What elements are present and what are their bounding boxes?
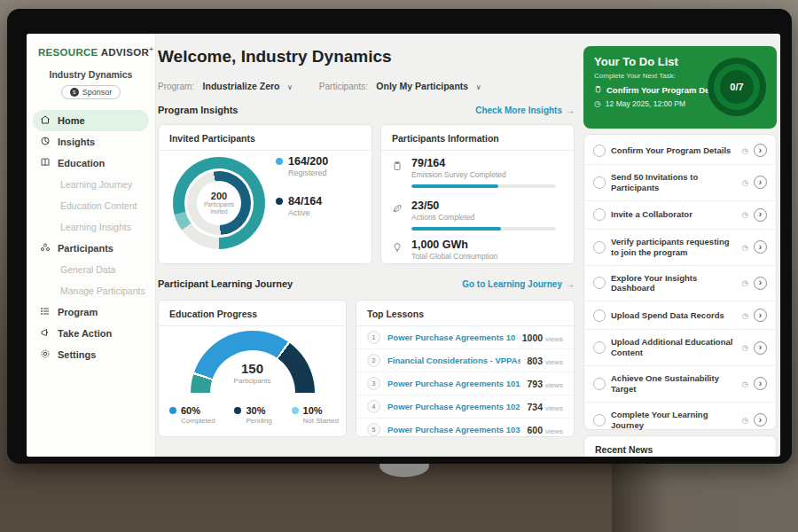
task-checkbox[interactable] [593,145,606,157]
gauge-center-label: Participants [159,377,346,385]
sidebar-item-take-action[interactable]: Take Action [27,323,155,344]
photo-background: RESOURCE ADVISOR+ Industry Dynamics s Sp… [0,0,798,532]
sidebar-item-manage-participants[interactable]: Manage Participants [27,280,155,301]
clock-icon: ◷ [742,343,748,352]
task-checkbox[interactable] [593,176,606,189]
task-row-achieve-target[interactable]: Achieve One Sustainability Target ◷ › [584,366,776,403]
task-open-button[interactable]: › [754,341,767,355]
emission-progress-bar [411,184,556,188]
task-checkbox[interactable] [593,309,606,322]
sidebar-item-learning-journey[interactable]: Learning Journey [27,174,155,195]
lesson-link[interactable]: Power Purchase Agreements 102 [387,402,520,411]
lesson-link[interactable]: Power Purchase Agreements 103 [387,425,520,434]
task-list-card: Confirm Your Program Details ◷ › Send 50… [583,134,777,430]
invited-participants-card: Invited Participants 200 Participants In… [158,124,372,264]
task-row-complete-journey[interactable]: Complete Your Learning Journey ◷ › [584,403,776,438]
desk-background-left [0,464,612,532]
lesson-views-count: 1000 [522,332,543,343]
lesson-views-count: 793 [528,379,544,389]
clock-icon: ◷ [742,311,748,320]
lesson-rank: 4 [367,400,380,413]
actions-progress-bar [411,227,556,231]
clock-icon: ◷ [742,178,748,187]
arrow-right-icon: → [566,106,575,115]
task-checkbox[interactable] [593,341,606,354]
sidebar-item-education[interactable]: Education [27,153,155,174]
filter-bar: Program: Industrialize Zero ∨ Participan… [158,77,481,93]
task-open-button[interactable]: › [754,413,767,426]
lightbulb-icon [392,239,404,261]
task-checkbox[interactable] [593,208,606,221]
participants-filter[interactable]: Participants: Only My Participants ∨ [319,77,481,93]
chevron-right-icon: › [759,242,762,252]
donut-center-label1: Participants [204,201,234,208]
lesson-row: 2 Financial Considerations - VPPAs 803 v… [356,349,574,372]
pending-dot-icon [234,407,241,414]
donut-legend: 164/200 Registered 84/164 Active [276,155,328,217]
sidebar-item-home[interactable]: Home [33,110,149,131]
task-open-button[interactable]: › [754,309,767,322]
chevron-down-icon: ∨ [287,83,293,91]
check-more-insights-link[interactable]: Check More Insights→ [475,106,575,115]
task-row-confirm-program[interactable]: Confirm Your Program Details ◷ › [584,137,776,165]
lesson-link[interactable]: Financial Considerations - VPPAs [387,356,520,365]
sidebar-item-education-content[interactable]: Education Content [27,195,155,216]
sidebar-item-learning-insights[interactable]: Learning Insights [27,216,155,238]
task-row-verify-participants[interactable]: Verify participants requesting to join t… [584,230,776,266]
sidebar-item-label: Program [58,307,98,317]
task-row-send-invitations[interactable]: Send 50 Invitations to Participants ◷ › [584,165,776,201]
task-row-explore-dashboard[interactable]: Explore Your Insights Dashboard ◷ › [584,266,776,302]
sponsor-badge: s Sponsor [61,85,121,99]
lesson-rank: 1 [367,331,380,344]
lesson-link[interactable]: Power Purchase Agreements 101 [387,379,520,388]
task-open-button[interactable]: › [754,208,767,222]
task-open-button[interactable]: › [754,277,767,290]
top-lessons-card: Top Lessons 1 Power Purchase Agreements … [356,300,575,437]
task-checkbox[interactable] [593,241,606,254]
sidebar-item-insights[interactable]: Insights [27,131,155,153]
lesson-views-count: 734 [528,402,544,412]
education-progress-title: Education Progress [159,301,346,326]
chevron-right-icon: › [759,310,762,320]
sidebar-item-program[interactable]: Program [27,301,155,323]
active-dot-icon [276,198,283,205]
task-checkbox[interactable] [593,277,606,289]
sidebar-item-label: Learning Journey [60,179,132,190]
sidebar-item-label: Education [58,158,105,168]
todo-card: Your To Do List Complete Your Next Task:… [583,46,777,129]
logo-advisor: ADVISOR [101,47,150,58]
invited-participants-donut-chart: 200 Participants Invited [173,157,265,249]
task-open-button[interactable]: › [754,240,767,254]
book-icon [40,157,51,169]
task-checkbox[interactable] [593,414,606,426]
top-lessons-title: Top Lessons [356,301,574,326]
program-filter[interactable]: Program: Industrialize Zero ∨ [158,77,293,93]
program-insights-header: Program Insights Check More Insights→ [158,105,575,115]
organization-name: Industry Dynamics [27,69,155,80]
sidebar-item-participants[interactable]: Participants [27,238,155,259]
clock-icon: ◷ [742,416,748,425]
lesson-link[interactable]: Power Purchase Agreements 101 [387,332,515,342]
go-to-learning-journey-link[interactable]: Go to Learning Journey→ [462,279,575,289]
sidebar-item-settings[interactable]: Settings [27,344,155,365]
list-icon [40,306,51,318]
chevron-down-icon: ∨ [476,83,481,91]
task-open-button[interactable]: › [754,144,767,157]
task-row-invite-collaborator[interactable]: Invite a Collaborator ◷ › [584,201,776,230]
desk-background-right [612,464,798,532]
sidebar-item-general-data[interactable]: General Data [27,259,155,280]
page-title: Welcome, Industry Dynamics [158,47,392,66]
task-row-upload-educational-content[interactable]: Upload Additional Educational Content ◷ … [584,330,776,366]
leaf-icon [392,200,404,231]
donut-center-value: 200 [211,191,227,201]
pie-chart-icon [40,136,51,148]
task-row-upload-spend-data[interactable]: Upload Spend Data Records ◷ › [584,301,776,330]
legend-item-not-started: 10% Not Started [292,405,339,425]
arrow-right-icon: → [566,279,575,289]
program-insights-title: Program Insights [158,105,238,115]
sidebar-nav: Home Insights Education Learning Journey [27,110,155,365]
task-open-button[interactable]: › [754,377,767,390]
task-open-button[interactable]: › [754,176,767,189]
chevron-right-icon: › [759,342,762,352]
task-checkbox[interactable] [593,378,606,390]
